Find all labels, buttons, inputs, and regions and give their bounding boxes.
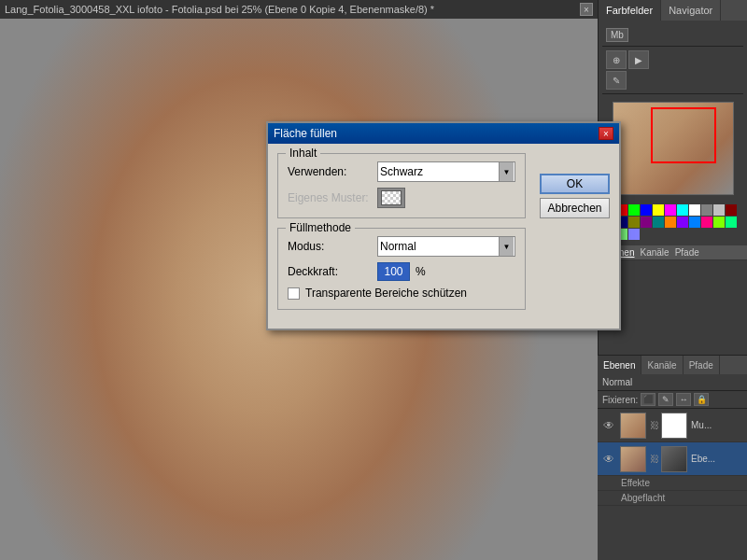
tab-pfade[interactable]: Pfade [684, 356, 720, 374]
right-icon-bar: ⊕ ▶ ✎ [602, 47, 743, 94]
dialog-title: Fläche füllen [274, 127, 337, 140]
color-swatch[interactable] [628, 229, 640, 240]
verwenden-select[interactable]: Schwarz [377, 161, 515, 182]
color-swatch[interactable] [665, 217, 676, 228]
paint-bucket-icon[interactable]: ▶ [628, 50, 649, 69]
fix-paint-button[interactable]: ✎ [658, 393, 673, 406]
color-swatch[interactable] [726, 217, 737, 228]
color-swatch[interactable] [653, 217, 664, 228]
mb-area: Mb [602, 24, 743, 47]
layer-link-icon: ⛓ [650, 454, 657, 464]
layer-visibility-icon[interactable]: 👁 [601, 418, 616, 433]
top-panel-tabs: Farbfelder Navigator [599, 0, 747, 21]
layer-mask-thumbnail [661, 446, 687, 472]
document-title-bar: Lang_Fotolia_3000458_XXL iofoto - Fotoli… [0, 0, 598, 19]
transparente-label: Transparente Bereiche schützen [305, 287, 467, 300]
modus-row: Modus: Normal ▼ [288, 236, 515, 257]
modus-select-wrapper: Normal ▼ [377, 236, 515, 257]
document-title: Lang_Fotolia_3000458_XXL iofoto - Fotoli… [5, 4, 577, 15]
fixieren-label: Fixieren: [602, 395, 638, 405]
color-swatch[interactable] [689, 204, 700, 216]
layer-link-icon: ⛓ [650, 420, 657, 430]
color-swatch[interactable] [641, 204, 652, 216]
layers-tab-bar: Ebenen Kanäle Pfade [598, 356, 747, 374]
deckkraft-row: Deckkraft: % [288, 262, 515, 281]
fix-transparency-button[interactable]: ⬛ [641, 393, 655, 406]
icon-row-1: ⊕ ▶ [606, 50, 740, 69]
tab-kanaele[interactable]: Kanäle [641, 356, 683, 374]
deckkraft-unit: % [416, 265, 426, 278]
color-swatch[interactable] [677, 204, 688, 216]
swatches-panel [602, 203, 743, 242]
transparente-row: Transparente Bereiche schützen [288, 287, 515, 300]
abbrechen-button[interactable]: Abbrechen [540, 198, 610, 218]
brush-icon[interactable]: ✎ [606, 71, 627, 90]
layer-item-selected[interactable]: 👁 ⛓ Ebe... [598, 442, 747, 476]
presets-tab-pfade[interactable]: Pfade [675, 247, 699, 258]
inhalt-group: Inhalt Verwenden: Schwarz ▼ Eigenes Must… [277, 153, 526, 218]
inhalt-group-label: Inhalt [286, 147, 320, 160]
effects-row: Effekte [598, 476, 747, 491]
color-swatch[interactable] [713, 217, 725, 228]
tab-navigator[interactable]: Navigator [661, 0, 721, 21]
layer-item[interactable]: 👁 ⛓ Mu... [598, 409, 747, 442]
presets-tab-kanaele[interactable]: Kanäle [640, 247, 669, 258]
layer-thumb-content [621, 413, 645, 438]
layer-thumb-content [621, 447, 645, 471]
fuellmethode-group-label: Füllmethode [286, 221, 355, 234]
color-swatch[interactable] [689, 217, 700, 228]
normal-label: Normal [602, 377, 632, 387]
layer-visibility-icon[interactable]: 👁 [601, 452, 616, 467]
eigenes-muster-row: Eigenes Muster: [288, 188, 515, 208]
tab-farbfelder[interactable]: Farbfelder [599, 0, 661, 21]
layer-mask-content [662, 447, 686, 471]
fix-move-button[interactable]: ↔ [676, 393, 691, 406]
dialog-title-bar: Fläche füllen × [268, 123, 619, 144]
dialog-close-button[interactable]: × [599, 127, 613, 140]
modus-select[interactable]: Normal [377, 236, 515, 257]
fuellmethode-group: Füllmethode Modus: Normal ▼ Deckkraft: %… [277, 228, 526, 310]
deckkraft-label: Deckkraft: [288, 265, 372, 278]
dialog-button-group: OK Abbrechen [540, 174, 610, 218]
verwenden-label: Verwenden: [288, 165, 372, 178]
verwenden-row: Verwenden: Schwarz ▼ [288, 161, 515, 182]
icon-row-2: ✎ [606, 71, 740, 90]
dialog-content: OK Abbrechen Inhalt Verwenden: Schwarz ▼… [268, 144, 619, 329]
deckkraft-input[interactable] [377, 262, 410, 281]
layer-mask-content [662, 413, 686, 438]
muster-pattern [381, 190, 402, 205]
layer-name: Mu... [691, 420, 743, 430]
color-swatch[interactable] [677, 217, 688, 228]
muster-preview[interactable] [377, 188, 405, 208]
color-swatch[interactable] [628, 204, 640, 216]
color-swatch[interactable] [713, 204, 725, 216]
color-swatch[interactable] [665, 204, 676, 216]
color-swatch[interactable] [701, 217, 712, 228]
color-swatch[interactable] [628, 217, 640, 228]
navigator-preview [613, 102, 734, 195]
nav-viewport-box [651, 107, 716, 163]
color-swatch[interactable] [701, 204, 712, 216]
color-swatch[interactable] [726, 204, 737, 216]
flaeche-fuellen-dialog: Fläche füllen × OK Abbrechen Inhalt Verw… [266, 121, 621, 330]
abgeflacht-row: Abgeflacht [598, 491, 747, 506]
fix-all-button[interactable]: 🔒 [694, 393, 709, 406]
document-close-button[interactable]: × [580, 3, 593, 16]
color-swatch[interactable] [641, 217, 652, 228]
eigenes-muster-label: Eigenes Muster: [288, 191, 372, 204]
layer-name: Ebe... [691, 454, 743, 464]
layer-thumbnail [620, 446, 646, 472]
verwenden-select-wrapper: Schwarz ▼ [377, 161, 515, 182]
fixieren-row: Fixieren: ⬛ ✎ ↔ 🔒 [598, 391, 747, 409]
modus-label: Modus: [288, 240, 372, 253]
blend-mode-row: Normal [598, 374, 747, 391]
transparente-checkbox[interactable] [288, 287, 300, 300]
mb-button[interactable]: Mb [606, 28, 628, 42]
tab-ebenen[interactable]: Ebenen [598, 356, 641, 374]
layers-panel: Ebenen Kanäle Pfade Normal Fixieren: ⬛ ✎… [598, 355, 747, 560]
layer-thumbnail [620, 413, 646, 439]
eyedropper-icon[interactable]: ⊕ [606, 50, 627, 69]
color-swatch[interactable] [653, 204, 664, 216]
layer-mask-thumbnail [661, 413, 687, 439]
ok-button[interactable]: OK [540, 174, 610, 194]
